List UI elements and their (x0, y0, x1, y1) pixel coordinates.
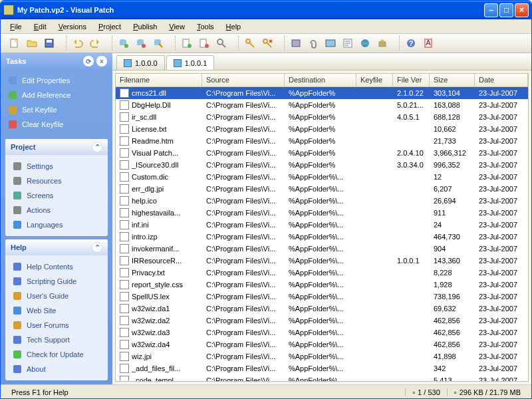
sidebar-item-edit-properties[interactable]: Edit Properties (3, 73, 110, 88)
col-date[interactable]: Date (475, 74, 528, 86)
table-row[interactable]: Readme.htmC:\Program Files\Vi...%AppFold… (116, 135, 528, 147)
open-button[interactable] (25, 36, 39, 51)
table-row[interactable]: err_dlg.jpiC:\Program Files\Vi...%AppFol… (116, 183, 528, 195)
table-row[interactable]: Privacy.txtC:\Program Files\Vi...%AppFol… (116, 267, 528, 279)
table-row[interactable]: intro.izpC:\Program Files\Vi...%AppFolde… (116, 231, 528, 243)
menu-project[interactable]: Project (93, 21, 126, 33)
menu-file[interactable]: File (5, 21, 27, 33)
settings-button[interactable] (289, 36, 303, 51)
table-row[interactable]: w32wiz.da4C:\Program Files\Vi...%AppFold… (116, 338, 528, 350)
pdf-button[interactable]: A (421, 36, 436, 51)
col-source[interactable]: Source (202, 74, 285, 86)
file-add-button[interactable] (180, 36, 194, 51)
col-destination[interactable]: Destination (285, 74, 356, 86)
table-row[interactable]: report_style.cssC:\Program Files\Vi...%A… (116, 279, 528, 291)
table-row[interactable]: w32wiz.da2C:\Program Files\Vi...%AppFold… (116, 315, 528, 327)
table-row[interactable]: highestavaila...C:\Program Files\Vi...%A… (116, 207, 528, 219)
sidebar-item-web-site[interactable]: Web Site (8, 303, 105, 318)
sidebar-item-help-contents[interactable]: Help Contents (8, 259, 105, 274)
db-remove-button[interactable] (134, 36, 148, 51)
db-add-button[interactable] (116, 36, 131, 51)
table-row[interactable]: IRResourceR...C:\Program Files\Vi...%App… (116, 255, 528, 267)
grid-body[interactable]: cmcs21.dllC:\Program Files\Vi...%AppFold… (116, 87, 528, 381)
undo-button[interactable] (70, 36, 85, 51)
table-row[interactable]: invokermanif...C:\Program Files\Vi...%Ap… (116, 243, 528, 255)
sidebar-item-settings[interactable]: Settings (8, 159, 105, 174)
attach-button[interactable] (306, 36, 321, 51)
sidebar-item-add-reference[interactable]: Add Reference (3, 88, 110, 102)
sidebar-item-about[interactable]: About (8, 362, 105, 376)
cell-size: 6,207 (430, 184, 475, 194)
actions-button[interactable] (340, 36, 355, 51)
minimize-button[interactable]: – (484, 3, 498, 17)
sidebar-item-screens[interactable]: Screens (8, 188, 105, 203)
cell-date: 23-Jul-2007 (475, 196, 528, 205)
menu-help[interactable]: Help (221, 21, 247, 33)
tab-1-0-0-0[interactable]: 1.0.0.0 (116, 55, 165, 70)
file-remove-button[interactable] (197, 36, 211, 51)
menu-view[interactable]: View (164, 21, 190, 33)
table-row[interactable]: _add_files_fil...C:\Program Files\Vi...%… (116, 362, 528, 374)
table-row[interactable]: License.txtC:\Program Files\Vi...%AppFol… (116, 123, 528, 135)
table-row[interactable]: wiz.jpiC:\Program Files\Vi...%AppFolder%… (116, 350, 528, 362)
sidebar-item-languages[interactable]: Languages (8, 217, 105, 232)
build-button[interactable] (375, 36, 390, 51)
refresh-icon[interactable]: ⟳ (83, 56, 94, 66)
menu-versions[interactable]: Versions (53, 21, 92, 33)
sidebar-item-user-s-guide[interactable]: User's Guide (8, 289, 105, 303)
sidebar-item-user-forums[interactable]: User Forums (8, 318, 105, 332)
table-row[interactable]: _ISource30.dllC:\Program Files\Vi...%App… (116, 159, 528, 171)
table-row[interactable]: w32wiz.da1C:\Program Files\Vi...%AppFold… (116, 303, 528, 315)
keyclear-button[interactable] (260, 36, 275, 51)
table-row[interactable]: Visual Patch...C:\Program Files\Vi...%Ap… (116, 147, 528, 159)
db-edit-button[interactable] (151, 36, 166, 51)
table-row[interactable]: w32wiz.da3C:\Program Files\Vi...%AppFold… (116, 327, 528, 338)
help-header[interactable]: Help⌃ (5, 239, 108, 255)
table-row[interactable]: ir_sc.dllC:\Program Files\Vi...%AppFolde… (116, 111, 528, 123)
sidebar-item-clear-keyfile[interactable]: Clear Keyfile (3, 117, 110, 132)
cell-date: 23-Jul-2007 (475, 376, 528, 381)
sidebar-item-resources[interactable]: Resources (8, 174, 105, 188)
save-button[interactable] (42, 36, 57, 51)
close-panel-icon[interactable]: × (96, 56, 107, 66)
key-button[interactable] (243, 36, 257, 51)
help-button[interactable]: ? (404, 36, 418, 51)
sidebar-item-scripting-guide[interactable]: Scripting Guide (8, 274, 105, 289)
close-button[interactable]: × (515, 3, 529, 17)
sidebar-item-tech-support[interactable]: Tech Support (8, 332, 105, 347)
table-row[interactable]: Custom.dicC:\Program Files\Vi...%AppFold… (116, 171, 528, 183)
maximize-button[interactable]: □ (499, 3, 513, 17)
menu-publish[interactable]: Publish (128, 21, 162, 33)
col-keyfile[interactable]: Keyfile (356, 74, 393, 86)
cell-destination: %AppFolder%\... (285, 232, 356, 241)
table-row[interactable]: help.icoC:\Program Files\Vi...%AppFolder… (116, 195, 528, 207)
file-icon (120, 268, 129, 277)
cell-keyfile (356, 356, 393, 357)
menu-edit[interactable]: Edit (29, 21, 52, 33)
sidebar-item-set-keyfile[interactable]: Set Keyfile (3, 102, 110, 117)
new-button[interactable] (7, 36, 22, 51)
sidebar-item-label: Edit Properties (22, 76, 70, 84)
cell-date: 23-Jul-2007 (475, 136, 528, 146)
screens-button[interactable] (323, 36, 338, 51)
tab-1-0-0-1[interactable]: 1.0.0.1 (166, 55, 215, 70)
menu-tools[interactable]: Tools (192, 21, 219, 33)
table-row[interactable]: DbgHelp.DllC:\Program Files\Vi...%AppFol… (116, 99, 528, 111)
table-row[interactable]: cmcs21.dllC:\Program Files\Vi...%AppFold… (116, 87, 528, 99)
cell-source: C:\Program Files\Vi... (202, 268, 285, 277)
col-filename[interactable]: Filename (116, 74, 202, 86)
col-size[interactable]: Size (430, 74, 475, 86)
globe-button[interactable] (358, 36, 372, 51)
table-row[interactable]: SpellUS.lexC:\Program Files\Vi...%AppFol… (116, 291, 528, 303)
redo-button[interactable] (88, 36, 102, 51)
find-button[interactable] (214, 36, 229, 51)
window-title: My Patch.vp2 - Visual Patch (17, 6, 483, 14)
table-row[interactable]: _code_templ...C:\Program Files\Vi...%App… (116, 374, 528, 381)
sidebar-item-check-for-update[interactable]: Check for Update (8, 347, 105, 362)
project-header[interactable]: Project⌃ (5, 139, 108, 155)
sidebar-item-actions[interactable]: Actions (8, 203, 105, 217)
col-file-ver[interactable]: File Ver (393, 74, 430, 86)
cell-destination: %AppFolder%\... (285, 280, 356, 289)
cell-date: 23-Jul-2007 (475, 220, 528, 229)
table-row[interactable]: inf.iniC:\Program Files\Vi...%AppFolder%… (116, 219, 528, 231)
